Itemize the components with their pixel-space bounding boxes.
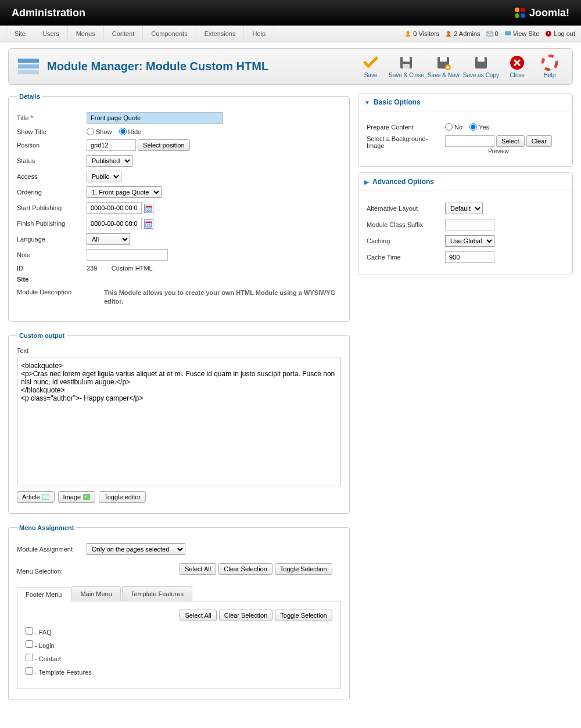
status-messages[interactable]: 0 bbox=[486, 30, 498, 37]
logout-icon bbox=[545, 30, 552, 37]
bgimage-input[interactable] bbox=[445, 135, 494, 147]
bgimage-clear-button[interactable]: Clear bbox=[526, 135, 552, 147]
svg-point-4 bbox=[407, 31, 410, 34]
close-button[interactable]: Close bbox=[503, 55, 532, 78]
toggle-editor-button[interactable]: Toggle editor bbox=[99, 491, 146, 503]
text-label: Text bbox=[17, 347, 341, 354]
basic-options-panel: ▼Basic Options Prepare Content No Yes Se… bbox=[358, 93, 573, 167]
tab-footer-menu[interactable]: Footer Menu bbox=[17, 587, 70, 601]
menu-content[interactable]: Content bbox=[104, 26, 144, 42]
svg-rect-20 bbox=[478, 57, 485, 62]
title-input[interactable] bbox=[87, 112, 223, 124]
preview-link[interactable]: Preview bbox=[445, 148, 552, 154]
ordering-select[interactable]: 1. Front page Quote bbox=[87, 186, 162, 198]
monitor-icon bbox=[504, 30, 511, 37]
basic-options-header[interactable]: ▼Basic Options bbox=[358, 93, 572, 111]
access-label: Access bbox=[17, 173, 87, 180]
caching-select[interactable]: Use Global bbox=[445, 235, 494, 247]
menu-item-template-features[interactable]: - Template Features bbox=[26, 667, 332, 676]
showtitle-label: Show Title bbox=[17, 128, 87, 135]
altlayout-label: Alternative Layout bbox=[367, 205, 445, 212]
bgimage-select-button[interactable]: Select bbox=[496, 135, 525, 147]
classsuffix-input[interactable] bbox=[445, 219, 494, 230]
user-icon bbox=[404, 30, 411, 37]
module-assignment-select[interactable]: Only on the pages selected bbox=[87, 543, 185, 555]
status-select[interactable]: Published bbox=[87, 155, 132, 167]
svg-rect-9 bbox=[548, 32, 549, 34]
menu-menus[interactable]: Menus bbox=[68, 26, 104, 42]
status-label: Status bbox=[17, 157, 87, 164]
svg-point-3 bbox=[521, 13, 525, 18]
select-all-button[interactable]: Select All bbox=[180, 563, 216, 575]
save-close-button[interactable]: Save & Close bbox=[389, 55, 424, 78]
menu-item-contact[interactable]: - Contact bbox=[26, 654, 332, 662]
menu-components[interactable]: Components bbox=[143, 26, 196, 42]
joomla-logo: Joomla! bbox=[513, 6, 569, 20]
chevron-down-icon: ▼ bbox=[364, 99, 370, 106]
position-label: Position bbox=[17, 142, 87, 149]
html-editor[interactable] bbox=[17, 358, 341, 485]
menu-site[interactable]: Site bbox=[6, 26, 34, 42]
clear-selection-button[interactable]: Clear Selection bbox=[218, 563, 272, 575]
svg-point-5 bbox=[447, 31, 450, 34]
tab-template-features[interactable]: Template Features bbox=[122, 586, 192, 601]
tab-main-menu[interactable]: Main Menu bbox=[71, 586, 120, 601]
tab-select-all-button[interactable]: Select All bbox=[180, 610, 216, 621]
chevron-right-icon: ▶ bbox=[364, 179, 369, 185]
details-legend: Details bbox=[17, 93, 42, 100]
close-icon bbox=[509, 55, 525, 71]
link-logout[interactable]: Log out bbox=[545, 30, 575, 37]
note-input[interactable] bbox=[87, 249, 168, 261]
prepare-yes[interactable]: Yes bbox=[469, 123, 489, 131]
tab-toggle-selection-button[interactable]: Toggle Selection bbox=[275, 610, 332, 621]
advanced-options-header[interactable]: ▶Advanced Options bbox=[358, 173, 572, 191]
startpub-label: Start Publishing bbox=[17, 204, 87, 211]
access-select[interactable]: Public bbox=[87, 171, 121, 182]
menu-help[interactable]: Help bbox=[244, 26, 274, 42]
finishpub-input[interactable] bbox=[87, 218, 142, 229]
menu-selection-label: Menu Selection: bbox=[17, 568, 87, 575]
menu-extensions[interactable]: Extensions bbox=[196, 26, 245, 42]
menu-users[interactable]: Users bbox=[34, 26, 68, 42]
position-input[interactable] bbox=[87, 139, 136, 151]
footer: Joomla! 2.5.9 Joomla!® is free software … bbox=[0, 716, 581, 728]
save-button[interactable]: Save bbox=[356, 55, 385, 78]
showtitle-show[interactable]: Show bbox=[87, 128, 112, 135]
svg-rect-15 bbox=[403, 64, 410, 69]
header-bar: Administration Joomla! bbox=[0, 0, 581, 26]
save-copy-button[interactable]: Save as Copy bbox=[463, 55, 499, 78]
showtitle-hide[interactable]: Hide bbox=[119, 128, 142, 135]
save-new-button[interactable]: Save & New bbox=[428, 55, 460, 78]
disk-icon bbox=[398, 55, 414, 71]
menu-assignment-pane: Menu Assignment Module AssignmentOnly on… bbox=[8, 524, 350, 700]
page-title: Module Manager: Module Custom HTML bbox=[47, 60, 268, 73]
svg-point-2 bbox=[515, 13, 519, 18]
select-position-button[interactable]: Select position bbox=[138, 139, 190, 151]
toggle-selection-button[interactable]: Toggle Selection bbox=[275, 563, 332, 575]
custom-output-pane: Custom output Text Article Image Toggle … bbox=[8, 332, 350, 514]
image-button[interactable]: Image bbox=[58, 491, 96, 503]
advanced-options-panel: ▶Advanced Options Alternative LayoutDefa… bbox=[358, 172, 573, 275]
calendar-icon[interactable]: 23 bbox=[144, 219, 153, 229]
cachetime-input[interactable] bbox=[445, 251, 494, 263]
prepare-no[interactable]: No bbox=[445, 123, 462, 131]
status-admins: 2 Admins bbox=[445, 30, 480, 37]
article-button[interactable]: Article bbox=[17, 491, 55, 503]
caching-label: Caching bbox=[367, 237, 445, 244]
menu-item-faq[interactable]: - FAQ bbox=[26, 627, 332, 636]
altlayout-select[interactable]: Default bbox=[445, 203, 483, 214]
link-viewsite[interactable]: View Site bbox=[504, 30, 540, 37]
language-select[interactable]: All bbox=[87, 233, 130, 245]
svg-point-32 bbox=[85, 495, 87, 497]
module-icon bbox=[17, 57, 40, 76]
help-button[interactable]: Help bbox=[535, 55, 564, 78]
admin-icon bbox=[445, 30, 452, 37]
tab-clear-selection-button[interactable]: Clear Selection bbox=[219, 610, 273, 621]
svg-rect-7 bbox=[505, 31, 511, 35]
menu-item-login[interactable]: - Login bbox=[26, 640, 332, 649]
svg-rect-14 bbox=[403, 57, 410, 62]
toolbar: Save Save & Close Save & New Save as Cop… bbox=[356, 55, 564, 78]
startpub-input[interactable] bbox=[87, 202, 142, 214]
calendar-icon[interactable]: 23 bbox=[144, 204, 153, 213]
note-label: Note bbox=[17, 251, 87, 258]
